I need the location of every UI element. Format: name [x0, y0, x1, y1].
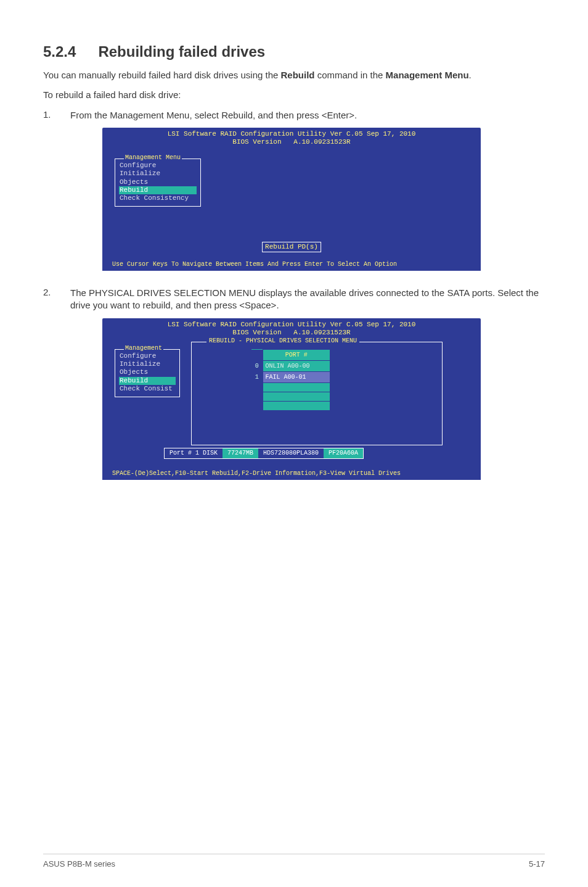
step-number: 1. [43, 109, 70, 122]
bios-screenshot-1: LSI Software RAID Configuration Utility … [102, 128, 481, 271]
intro-paragraph-2: To rebuild a failed hard disk drive: [43, 89, 545, 101]
bios-title-line2: BIOS Version A.10.09231523R [232, 138, 350, 146]
mgmt-item: Rebuild [119, 377, 176, 385]
text-bold: Rebuild [221, 110, 253, 120]
port-status: ONLIN A00-00 [263, 361, 330, 372]
text: . [469, 70, 472, 80]
step-body: From the Management Menu, select Rebuild… [70, 109, 545, 122]
port-row: 0ONLIN A00-00 [251, 361, 330, 372]
text: From the [70, 110, 110, 120]
port-table: PORT # 0ONLIN A00-001FAIL A00-01 [251, 349, 330, 411]
text: , select [189, 110, 221, 120]
bios-title: LSI Software RAID Configuration Utility … [102, 318, 481, 338]
bios-title: LSI Software RAID Configuration Utility … [102, 128, 481, 147]
management-menu-title: Management Menu [124, 154, 182, 162]
management-menu-box: Management ConfigureInitializeObjectsReb… [115, 349, 180, 397]
bios-title-line1: LSI Software RAID Configuration Utility … [168, 130, 416, 138]
text-bold: Management Menu [110, 110, 189, 120]
port-row: 1FAIL A00-01 [251, 372, 330, 383]
mgmt-item: Objects [119, 178, 197, 186]
text: command in the [315, 70, 386, 80]
management-menu-title: Management [124, 345, 163, 352]
section-number: 5.2.4 [43, 43, 76, 60]
port-status: FAIL A00-01 [263, 372, 330, 383]
section-heading: 5.2.4Rebuilding failed drives [43, 43, 545, 60]
text-bold: PHYSICAL DRIVES SELECTION MENU [89, 287, 256, 298]
step-2: 2. The PHYSICAL DRIVES SELECTION MENU di… [43, 287, 545, 312]
page-footer: ASUS P8B-M series 5-17 [43, 854, 545, 868]
mgmt-item: Rebuild [119, 186, 197, 194]
step-1: 1. From the Management Menu, select Rebu… [43, 109, 545, 122]
selection-menu-title: REBUILD - PHYSICAL DRIVES SELECTION MENU [206, 337, 359, 345]
text: You can manually rebuild failed hard dis… [43, 70, 281, 80]
mgmt-item: Check Consistency [119, 194, 197, 202]
port-index: 0 [251, 361, 263, 372]
text: The [70, 287, 89, 298]
bios-title-line2: BIOS Version A.10.09231523R [232, 329, 350, 336]
drive-info-bar: Port # 1 DISK 77247MB HDS728080PLA380 PF… [164, 448, 364, 459]
mgmt-item: Configure [119, 162, 197, 170]
port-header: PORT # [263, 350, 330, 361]
bios-footer-2: SPACE-(De)Select,F10-Start Rebuild,F2-Dr… [102, 469, 481, 480]
bios-body: Management Menu ConfigureInitializeObjec… [102, 147, 481, 271]
bios-title-line1: LSI Software RAID Configuration Utility … [168, 321, 416, 328]
text: , and then press <Enter>. [253, 110, 357, 120]
port-index: 1 [251, 372, 263, 383]
drive-info-model: HDS728080PLA380 [258, 448, 324, 458]
section-title: Rebuilding failed drives [98, 43, 265, 60]
bios-screenshot-2: LSI Software RAID Configuration Utility … [102, 318, 481, 480]
mgmt-item: Configure [119, 352, 176, 360]
text-bold: Management Menu [386, 70, 469, 80]
mgmt-item: Initialize [119, 170, 197, 178]
drive-info-serial: PF20A60A [324, 448, 363, 458]
bios-footer-1: Use Cursor Keys To Navigate Between Item… [102, 260, 481, 271]
management-menu-box: Management Menu ConfigureInitializeObjec… [115, 159, 201, 207]
footer-left: ASUS P8B-M series [43, 859, 115, 868]
rebuild-pd-box: Rebuild PD(s) [262, 242, 321, 252]
intro-paragraph-1: You can manually rebuild failed hard dis… [43, 69, 545, 81]
drive-info-port: Port # 1 DISK [165, 448, 223, 458]
footer-right: 5-17 [529, 859, 545, 868]
drive-info-size: 77247MB [223, 448, 258, 458]
mgmt-item: Check Consist [119, 385, 176, 393]
mgmt-item: Initialize [119, 360, 176, 368]
mgmt-item: Objects [119, 368, 176, 376]
text-bold: Rebuild [281, 70, 315, 80]
step-number: 2. [43, 287, 70, 312]
bios-body: REBUILD - PHYSICAL DRIVES SELECTION MENU… [102, 338, 481, 480]
step-body: The PHYSICAL DRIVES SELECTION MENU displ… [70, 287, 545, 312]
